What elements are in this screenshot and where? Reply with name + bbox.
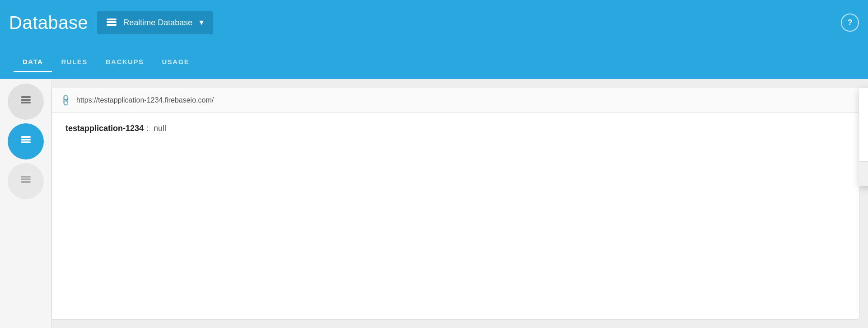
sidebar-item-db-1[interactable] [8, 84, 44, 120]
db-selector-label: Realtime Database [123, 18, 192, 28]
svg-rect-3 [21, 96, 31, 98]
header-left: Database Realtime Database ▼ [9, 11, 213, 34]
svg-rect-5 [21, 102, 31, 103]
menu-item-export-json[interactable]: Export JSON [859, 88, 868, 112]
svg-rect-2 [107, 24, 117, 26]
database-url: https://testapplication-1234.firebaseio.… [76, 96, 214, 104]
sidebar-item-db-2[interactable] [8, 123, 44, 159]
tab-backups[interactable]: BACKUPS [97, 52, 153, 72]
sidebar [0, 79, 52, 328]
data-key: testapplication-1234 [65, 124, 144, 133]
menu-item-import-json[interactable]: Import JSON [859, 112, 868, 137]
tab-data[interactable]: DATA [14, 52, 52, 72]
svg-rect-1 [107, 21, 117, 23]
svg-rect-4 [21, 99, 31, 101]
chevron-down-icon: ▼ [198, 19, 205, 27]
database-icon [105, 16, 118, 29]
svg-rect-7 [21, 139, 31, 141]
main-panel: 🔗 https://testapplication-1234.firebasei… [52, 88, 859, 319]
database-icon-2 [19, 134, 32, 149]
content-area: 🔗 https://testapplication-1234.firebasei… [0, 79, 868, 328]
svg-rect-9 [21, 176, 31, 178]
link-icon: 🔗 [59, 93, 73, 107]
svg-rect-11 [21, 181, 31, 183]
menu-item-create-new-database[interactable]: Create new database [859, 162, 868, 186]
db-selector-button[interactable]: Realtime Database ▼ [97, 11, 213, 34]
svg-rect-6 [21, 136, 31, 138]
data-value-colon: : [146, 124, 151, 133]
dropdown-menu: Export JSON Import JSON Show legend Crea… [859, 88, 868, 186]
tab-rules[interactable]: RULES [52, 52, 96, 72]
header: Database Realtime Database ▼ ? DATA RULE… [0, 0, 868, 79]
tab-usage[interactable]: USAGE [153, 52, 198, 72]
sidebar-item-db-3[interactable] [8, 163, 44, 199]
data-value: null [154, 124, 166, 133]
header-top: Database Realtime Database ▼ ? [9, 0, 859, 45]
tabs-bar: DATA RULES BACKUPS USAGE [9, 45, 859, 72]
svg-rect-10 [21, 178, 31, 180]
help-button[interactable]: ? [841, 14, 859, 32]
menu-item-show-legend[interactable]: Show legend [859, 137, 868, 161]
svg-rect-0 [107, 19, 117, 20]
svg-rect-8 [21, 141, 31, 143]
database-icon-3 [19, 173, 32, 189]
app-title: Database [9, 13, 88, 33]
url-bar: 🔗 https://testapplication-1234.firebasei… [52, 88, 859, 113]
database-icon-1 [19, 94, 32, 109]
data-row: testapplication-1234: null [52, 113, 859, 144]
